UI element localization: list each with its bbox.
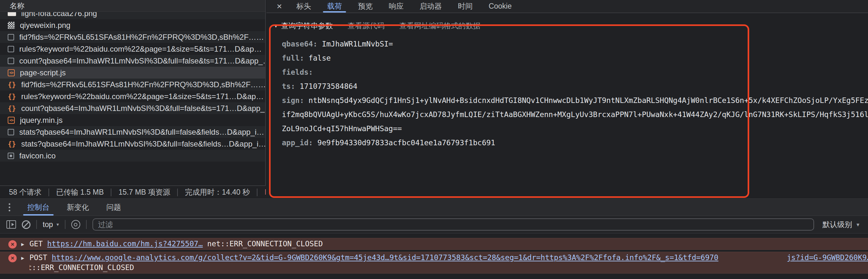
request-url-link[interactable]: https://www.google-analytics.com/g/colle… [52, 253, 718, 262]
payload-subtab-row: ▼查询字符串参数 查看源代码 查看网址编码格式的数据 [274, 19, 868, 32]
message-body: GET https://hm.baidu.com/hm.js?4275507… … [30, 239, 868, 249]
query-string-params: qbase64: ImJhaWR1LmNvbSI=full: falsefiel… [282, 37, 868, 150]
request-list-name-header[interactable]: 名称 [0, 0, 265, 12]
request-name: stats?qbase64=ImJhaWR1LmNvbSI%3D&full=fa… [21, 139, 265, 148]
tab-启动器[interactable]: 启动器 [411, 0, 450, 12]
doc-icon [8, 34, 14, 40]
request-name: fid?fids=%2FRkv5L651SFAs81H%2Fn%2FPRQ%3D… [19, 33, 264, 42]
param-key: qbase64: [282, 40, 317, 48]
param-row: app_id: 9e9fb94330d97833acfbc041ee1a7679… [282, 136, 868, 150]
drawer-tabbar: 控制台新变化问题 [0, 199, 868, 216]
param-key: sign: [282, 96, 304, 105]
request-detail-panel: × 标头载荷预览响应启动器时间Cookie ▼查询字符串参数 查看源代码 查看网… [267, 0, 868, 199]
summary-divider [111, 188, 112, 196]
console-messages: ×▶GET https://hm.baidu.com/hm.js?4275507… [0, 234, 868, 279]
request-url-link[interactable]: https://hm.baidu.com/hm.js?4275507… [47, 240, 203, 248]
log-level-dropdown[interactable]: 默认级别 ▼ [823, 220, 862, 230]
param-key: app_id: [282, 139, 313, 147]
chevron-down-icon: ▾ [57, 221, 59, 228]
expand-triangle-icon[interactable]: ▶ [21, 241, 24, 247]
message-body: POST https://www.google-analytics.com/g/… [30, 253, 868, 273]
table-row[interactable]: light-fofa.ccaa276.png [0, 12, 265, 19]
console-error-message[interactable]: ×▶POST https://www.google-analytics.com/… [0, 252, 868, 274]
table-row[interactable]: favicon.ico [0, 150, 265, 162]
tab-载荷[interactable]: 载荷 [319, 0, 350, 12]
param-value: if2mq8bQVUAgU+yKbcG5S/huX4wKo7jcxAD78Jyf… [282, 110, 868, 119]
filter-placeholder: 过滤 [98, 220, 113, 230]
table-row[interactable]: page-script.js [0, 67, 265, 78]
param-row: full: false [282, 51, 868, 65]
doc-icon [8, 58, 14, 64]
network-summary-bar: 58 个请求已传输 1.5 MB15.7 MB 项资源完成用时：14.40 秒D [0, 185, 266, 199]
param-row: fields: [282, 65, 868, 79]
table-row[interactable]: count?qbase64=ImJhaWR1LmNvbSI%3D&full=fa… [0, 102, 265, 114]
summary-item: 58 个请求 [9, 187, 41, 197]
thumb-light-icon [8, 12, 16, 16]
console-drawer: 控制台新变化问题 top ▾ 过滤 默认级别 ▼ ×▶GET https://h… [0, 199, 868, 279]
chevron-down-icon: ▼ [856, 222, 860, 228]
close-icon[interactable]: × [270, 0, 288, 12]
code-icon [8, 117, 15, 124]
kebab-menu-icon[interactable] [0, 203, 19, 211]
query-string-section-header[interactable]: ▼查询字符串参数 [274, 21, 333, 31]
source-location-link[interactable]: js?id=G-9GWBD260K9… [787, 253, 868, 262]
toolbar-divider [65, 220, 65, 229]
message-line: GET https://hm.baidu.com/hm.js?4275507… … [30, 239, 868, 249]
summary-item-clipped: D [265, 188, 266, 197]
tab-时间[interactable]: 时间 [450, 0, 480, 12]
detail-tabbar: × 标头载荷预览响应启动器时间Cookie [267, 0, 868, 13]
param-value: 9e9fb94330d97833acfbc041ee1a76793f1bc691 [317, 139, 495, 147]
summary-divider [49, 188, 49, 196]
request-name: rules?keyword=%22baidu.com%22&page=1&siz… [21, 92, 264, 101]
param-key: full: [282, 54, 304, 62]
clear-console-icon[interactable] [22, 220, 31, 229]
table-row[interactable]: count?qbase64=ImJhaWR1LmNvbSI%3D&full=fa… [0, 55, 265, 67]
tab-新变化[interactable]: 新变化 [58, 199, 98, 215]
request-name: favicon.ico [19, 151, 56, 160]
error-text: net::ERR_CONNECTION_CLOSED [203, 240, 323, 248]
table-row[interactable]: stats?qbase64=ImJhaWR1LmNvbSI%3D&full=fa… [0, 126, 265, 138]
table-row[interactable]: rules?keyword=%22baidu.com%22&page=1&siz… [0, 91, 265, 102]
console-error-message[interactable]: ×▶GET https://hm.baidu.com/hm.js?4275507… [0, 238, 868, 250]
expand-triangle-icon[interactable]: ▶ [21, 255, 24, 261]
payload-view: ▼查询字符串参数 查看源代码 查看网址编码格式的数据 qbase64: ImJh… [267, 13, 868, 150]
console-sidebar-toggle-icon[interactable] [6, 220, 16, 229]
summary-item: 完成用时：14.40 秒 [185, 187, 250, 197]
tab-预览[interactable]: 预览 [350, 0, 381, 12]
request-name: jquery.min.js [20, 116, 63, 125]
live-expression-eye-icon[interactable] [71, 220, 80, 229]
name-column-label: 名称 [10, 1, 24, 11]
param-value: ZoL9noJCd+qI57hHnwaPWHSag== [282, 125, 402, 133]
table-row[interactable]: jquery.min.js [0, 114, 265, 126]
param-key: ts: [282, 82, 295, 91]
request-name: qiyeweixin.png [20, 21, 70, 30]
console-prompt-chevron[interactable]: › [10, 276, 868, 279]
view-urlencoded-link[interactable]: 查看网址编码格式的数据 [399, 21, 480, 31]
request-list-panel: 名称 light-fofa.ccaa276.pngqiyeweixin.pngf… [0, 0, 266, 199]
request-name: count?qbase64=ImJhaWR1LmNvbSI%3D&full=fa… [21, 104, 265, 113]
table-row[interactable]: fid?fids=%2FRkv5L651SFAs81H%2Fn%2FPRQ%3D… [0, 78, 265, 91]
tab-问题[interactable]: 问题 [98, 199, 130, 215]
doc-icon [8, 46, 14, 52]
console-filter-input[interactable]: 过滤 [92, 218, 814, 231]
code-icon [8, 69, 15, 76]
tab-标头[interactable]: 标头 [288, 0, 319, 12]
table-row[interactable]: fid?fids=%2FRkv5L651SFAs81H%2Fn%2FPRQ%3D… [0, 31, 265, 43]
request-name: fid?fids=%2FRkv5L651SFAs81H%2Fn%2FPRQ%3D… [21, 80, 265, 89]
request-name: stats?qbase64=ImJhaWR1LmNvbSI%3D&full=fa… [19, 128, 264, 137]
tab-Cookie[interactable]: Cookie [480, 0, 520, 12]
network-panel: 名称 light-fofa.ccaa276.pngqiyeweixin.pngf… [0, 0, 868, 199]
tab-响应[interactable]: 响应 [381, 0, 411, 12]
view-source-link[interactable]: 查看源代码 [348, 21, 384, 31]
javascript-context-dropdown[interactable]: top ▾ [43, 220, 59, 229]
fetch-icon [8, 80, 16, 89]
request-list-rows: light-fofa.ccaa276.pngqiyeweixin.pngfid?… [0, 12, 265, 185]
console-toolbar: top ▾ 过滤 默认级别 ▼ [0, 216, 868, 234]
tab-控制台[interactable]: 控制台 [19, 199, 58, 215]
table-row[interactable]: stats?qbase64=ImJhaWR1LmNvbSI%3D&full=fa… [0, 138, 265, 150]
summary-divider [177, 188, 178, 196]
table-row[interactable]: qiyeweixin.png [0, 19, 265, 31]
table-row[interactable]: rules?keyword=%22baidu.com%22&page=1&siz… [0, 43, 265, 55]
fetch-icon [8, 140, 16, 148]
chevron-down-icon: ▼ [274, 23, 278, 29]
